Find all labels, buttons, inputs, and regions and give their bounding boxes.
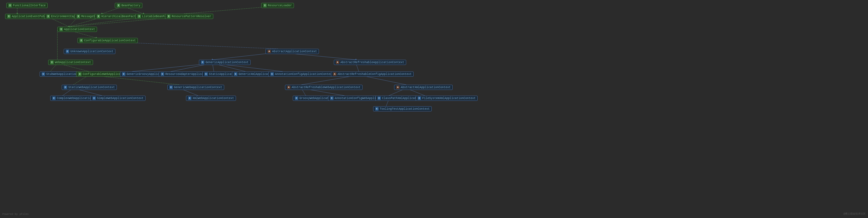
node-label: ResourcePatternResolver	[172, 15, 211, 18]
node-label: ApplicationContext	[64, 28, 95, 31]
interface-icon: I	[8, 4, 12, 7]
node-AbstractRefreshableApplicationContext[interactable]: A AbstractRefreshableApplicationContext	[334, 60, 406, 65]
node-label: UnknownApplicationContext	[70, 50, 113, 53]
node-label: XmlWebApplicationContext	[193, 97, 234, 100]
node-FunctionalInterface[interactable]: I FunctionalInterface	[6, 3, 48, 8]
interface-icon: I	[46, 14, 50, 18]
node-label: GenericWebApplicationContext	[174, 86, 222, 89]
class-icon: C	[122, 72, 125, 76]
node-label: StaticWebApplicationContext	[68, 86, 115, 89]
class-icon: C	[66, 50, 69, 53]
node-UnknownApplicationContext[interactable]: C UnknownApplicationContext	[64, 49, 115, 54]
node-label: AbstractRefreshableConfigApplicationCont…	[338, 73, 412, 76]
node-AbstractRefreshableWebApplicationContext[interactable]: A AbstractRefreshableWebApplicationConte…	[285, 85, 363, 90]
node-ToolingTestApplicationContext[interactable]: C ToolingTestApplicationContext	[373, 106, 432, 112]
interface-icon: I	[76, 14, 80, 18]
node-label: ToolingTestApplicationContext	[380, 107, 430, 111]
class-icon: C	[92, 96, 96, 100]
node-AbstractRefreshableConfigApplicationContext[interactable]: A AbstractRefreshableConfigApplicationCo…	[331, 71, 414, 77]
node-AbstractXmlApplicationContext[interactable]: A AbstractXmlApplicationContext	[394, 85, 453, 90]
watermark-text: Powered by yFiles	[2, 213, 29, 216]
abstract-icon: A	[396, 86, 400, 89]
class-icon: C	[42, 72, 45, 76]
node-label: AbstractRefreshableApplicationContext	[340, 61, 404, 64]
node-GenericWebApplicationContext[interactable]: C GenericWebApplicationContext	[167, 85, 224, 90]
interface-icon: I	[7, 14, 11, 18]
watermark-left: Powered by yFiles	[2, 213, 29, 216]
node-WebApplicationContext[interactable]: I WebApplicationContext	[48, 60, 93, 65]
node-label: ConfigurableApplicationContext	[84, 39, 136, 42]
diagram-container: I FunctionalInterface I BeanFactory I Re…	[0, 0, 868, 218]
node-SimpleWebApplicationContext[interactable]: C SimpleWebApplicationContext	[90, 96, 146, 101]
node-label: AbstractXmlApplicationContext	[401, 86, 451, 89]
class-icon: C	[375, 107, 379, 111]
node-BeanFactory[interactable]: I BeanFactory	[115, 3, 143, 8]
node-label: FileSystemXmlApplicationContext	[422, 97, 476, 100]
interface-icon: I	[59, 28, 63, 31]
node-label: AbstractApplicationContext	[272, 50, 317, 53]
interface-icon: I	[97, 14, 100, 18]
node-label: FunctionalInterface	[13, 4, 45, 7]
node-label: HierarchicalBeanFactory	[101, 15, 141, 18]
abstract-icon: A	[333, 72, 336, 76]
node-ResourceLoader[interactable]: I ResourceLoader	[261, 3, 294, 8]
interface-icon: I	[50, 61, 54, 64]
abstract-icon: A	[287, 86, 290, 89]
node-FileSystemXmlApplicationContext[interactable]: C FileSystemXmlApplicationContext	[415, 96, 477, 101]
node-label: AbstractRefreshableWebApplicationContext	[291, 86, 361, 89]
node-label: GenericApplicationContext	[206, 61, 249, 64]
class-icon: C	[201, 61, 205, 64]
abstract-icon: A	[336, 61, 339, 64]
class-icon: C	[234, 72, 237, 76]
node-GenericApplicationContext[interactable]: C GenericApplicationContext	[199, 60, 251, 65]
class-icon: C	[169, 86, 173, 89]
node-StaticWebApplicationContext[interactable]: C StaticWebApplicationContext	[62, 85, 117, 90]
class-icon: C	[330, 96, 334, 100]
svg-line-3	[184, 6, 273, 14]
node-AbstractApplicationContext[interactable]: A AbstractApplicationContext	[266, 49, 319, 54]
interface-icon: I	[167, 14, 170, 18]
node-label: AnnotationConfigApplicationContext	[275, 73, 334, 76]
node-label: ResourceLoader	[268, 4, 292, 7]
class-icon: C	[188, 96, 191, 100]
node-XmlWebApplicationContext[interactable]: C XmlWebApplicationContext	[186, 96, 236, 101]
class-icon: C	[161, 72, 164, 76]
class-icon: C	[64, 86, 67, 89]
interface-icon: I	[263, 4, 267, 7]
node-label: BeanFactory	[121, 4, 141, 7]
class-icon: C	[377, 96, 381, 100]
interface-icon: I	[78, 72, 82, 76]
node-label: WebApplicationContext	[55, 61, 91, 64]
node-ConfigurableApplicationContext[interactable]: I ConfigurableApplicationContext	[78, 38, 138, 43]
class-icon: C	[270, 72, 274, 76]
class-icon: C	[417, 96, 421, 100]
watermark2-text: @稀土掘金技术社区	[844, 213, 866, 215]
class-icon: C	[52, 96, 56, 100]
watermark-right: @稀土掘金技术社区	[844, 212, 866, 216]
connections-svg	[0, 0, 868, 218]
interface-icon: I	[80, 39, 83, 42]
abstract-icon: A	[268, 50, 271, 53]
interface-icon: I	[117, 4, 120, 7]
class-icon: C	[295, 96, 298, 100]
class-icon: C	[205, 72, 208, 76]
node-label: SimpleWebApplicationContext	[97, 97, 144, 100]
interface-icon: I	[137, 14, 141, 18]
node-ApplicationContext[interactable]: I ApplicationContext	[57, 27, 97, 32]
node-AnnotationConfigApplicationContext[interactable]: C AnnotationConfigApplicationContext	[268, 71, 336, 77]
node-ResourcePatternResolver[interactable]: I ResourcePatternResolver	[165, 14, 213, 19]
